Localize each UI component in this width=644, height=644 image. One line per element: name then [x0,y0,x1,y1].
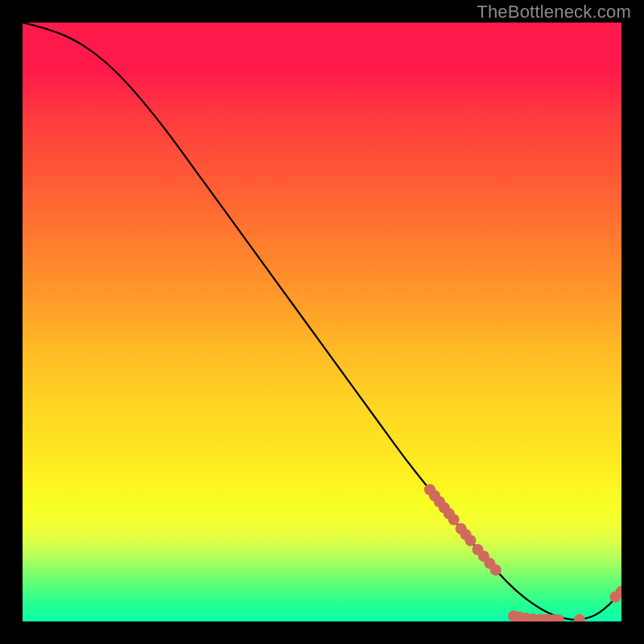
data-marker [465,535,477,547]
bottleneck-curve [23,23,621,620]
data-marker [448,514,460,526]
data-marker [490,564,502,576]
plot-outer [23,23,621,621]
data-marker [574,614,585,621]
attribution-label: TheBottleneck.com [477,2,631,23]
chart-stage: TheBottleneck.com [0,0,644,644]
plot-overlay [23,23,621,621]
markers-group [424,484,621,621]
